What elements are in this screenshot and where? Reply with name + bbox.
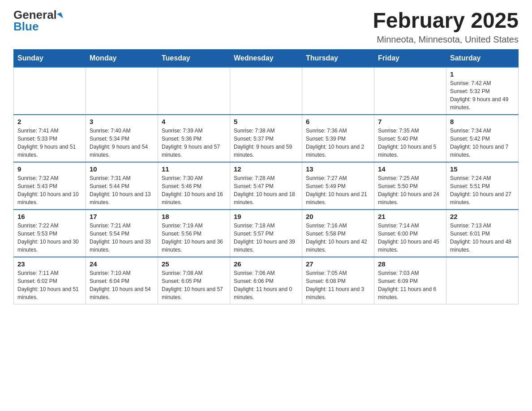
- day-info: Sunrise: 7:16 AMSunset: 5:58 PMDaylight:…: [306, 222, 370, 254]
- day-info: Sunrise: 7:39 AMSunset: 5:36 PMDaylight:…: [162, 127, 226, 159]
- day-info: Sunrise: 7:30 AMSunset: 5:46 PMDaylight:…: [162, 174, 226, 206]
- logo: General Blue: [13, 9, 62, 32]
- day-number: 22: [450, 213, 515, 220]
- col-header-thursday: Thursday: [302, 49, 374, 67]
- day-number: 28: [378, 260, 442, 268]
- day-number: 2: [17, 118, 82, 125]
- day-info: Sunrise: 7:32 AMSunset: 5:43 PMDaylight:…: [17, 174, 82, 206]
- logo-triangle-icon: [57, 12, 63, 20]
- week-row-2: 9Sunrise: 7:32 AMSunset: 5:43 PMDaylight…: [14, 162, 519, 210]
- day-info: Sunrise: 7:11 AMSunset: 6:02 PMDaylight:…: [17, 269, 82, 301]
- day-info: Sunrise: 7:05 AMSunset: 6:08 PMDaylight:…: [306, 269, 370, 301]
- day-info: Sunrise: 7:06 AMSunset: 6:06 PMDaylight:…: [234, 269, 298, 301]
- day-number: 19: [234, 213, 298, 220]
- day-info: Sunrise: 7:36 AMSunset: 5:39 PMDaylight:…: [306, 127, 370, 159]
- day-info: Sunrise: 7:19 AMSunset: 5:56 PMDaylight:…: [162, 222, 226, 254]
- day-info: Sunrise: 7:27 AMSunset: 5:49 PMDaylight:…: [306, 174, 370, 206]
- calendar-cell: [446, 257, 519, 304]
- day-info: Sunrise: 7:21 AMSunset: 5:54 PMDaylight:…: [90, 222, 154, 254]
- calendar-cell: 23Sunrise: 7:11 AMSunset: 6:02 PMDayligh…: [14, 257, 86, 304]
- page-header: General Blue February 2025 Minneota, Min…: [13, 9, 519, 45]
- calendar-cell: [86, 67, 158, 115]
- calendar-cell: 8Sunrise: 7:34 AMSunset: 5:42 PMDaylight…: [446, 115, 519, 162]
- day-number: 5: [234, 118, 298, 125]
- calendar-cell: 9Sunrise: 7:32 AMSunset: 5:43 PMDaylight…: [14, 162, 86, 210]
- day-info: Sunrise: 7:22 AMSunset: 5:53 PMDaylight:…: [17, 222, 82, 254]
- calendar-cell: 2Sunrise: 7:41 AMSunset: 5:33 PMDaylight…: [14, 115, 86, 162]
- calendar-cell: 10Sunrise: 7:31 AMSunset: 5:44 PMDayligh…: [86, 162, 158, 210]
- month-year-title: February 2025: [373, 9, 519, 33]
- calendar-cell: 7Sunrise: 7:35 AMSunset: 5:40 PMDaylight…: [374, 115, 446, 162]
- calendar-cell: 1Sunrise: 7:42 AMSunset: 5:32 PMDaylight…: [446, 67, 519, 115]
- day-number: 10: [90, 165, 154, 173]
- calendar-cell: 28Sunrise: 7:03 AMSunset: 6:09 PMDayligh…: [374, 257, 446, 304]
- col-header-monday: Monday: [86, 49, 158, 67]
- day-info: Sunrise: 7:10 AMSunset: 6:04 PMDaylight:…: [90, 269, 154, 301]
- day-info: Sunrise: 7:14 AMSunset: 6:00 PMDaylight:…: [378, 222, 442, 254]
- calendar-cell: 6Sunrise: 7:36 AMSunset: 5:39 PMDaylight…: [302, 115, 374, 162]
- day-info: Sunrise: 7:18 AMSunset: 5:57 PMDaylight:…: [234, 222, 298, 254]
- day-info: Sunrise: 7:35 AMSunset: 5:40 PMDaylight:…: [378, 127, 442, 159]
- col-header-wednesday: Wednesday: [230, 49, 302, 67]
- day-info: Sunrise: 7:28 AMSunset: 5:47 PMDaylight:…: [234, 174, 298, 206]
- day-number: 3: [90, 118, 154, 125]
- col-header-sunday: Sunday: [14, 49, 86, 67]
- calendar-cell: [230, 67, 302, 115]
- calendar-cell: 3Sunrise: 7:40 AMSunset: 5:34 PMDaylight…: [86, 115, 158, 162]
- day-info: Sunrise: 7:34 AMSunset: 5:42 PMDaylight:…: [450, 127, 515, 159]
- calendar-cell: 25Sunrise: 7:08 AMSunset: 6:05 PMDayligh…: [158, 257, 230, 304]
- calendar-cell: 16Sunrise: 7:22 AMSunset: 5:53 PMDayligh…: [14, 210, 86, 257]
- calendar-cell: 21Sunrise: 7:14 AMSunset: 6:00 PMDayligh…: [374, 210, 446, 257]
- day-info: Sunrise: 7:41 AMSunset: 5:33 PMDaylight:…: [17, 127, 82, 159]
- day-info: Sunrise: 7:38 AMSunset: 5:37 PMDaylight:…: [234, 127, 298, 159]
- calendar-cell: 18Sunrise: 7:19 AMSunset: 5:56 PMDayligh…: [158, 210, 230, 257]
- calendar-cell: [374, 67, 446, 115]
- day-number: 26: [234, 260, 298, 268]
- logo-blue: Blue: [13, 20, 39, 33]
- calendar-cell: [158, 67, 230, 115]
- calendar-header: SundayMondayTuesdayWednesdayThursdayFrid…: [14, 49, 519, 67]
- day-info: Sunrise: 7:31 AMSunset: 5:44 PMDaylight:…: [90, 174, 154, 206]
- day-number: 24: [90, 260, 154, 268]
- day-number: 25: [162, 260, 226, 268]
- col-header-tuesday: Tuesday: [158, 49, 230, 67]
- day-number: 9: [17, 165, 82, 173]
- day-number: 17: [90, 213, 154, 220]
- calendar-cell: 26Sunrise: 7:06 AMSunset: 6:06 PMDayligh…: [230, 257, 302, 304]
- day-number: 20: [306, 213, 370, 220]
- day-info: Sunrise: 7:42 AMSunset: 5:32 PMDaylight:…: [450, 79, 515, 111]
- day-number: 16: [17, 213, 82, 220]
- day-number: 15: [450, 165, 515, 173]
- day-info: Sunrise: 7:03 AMSunset: 6:09 PMDaylight:…: [378, 269, 442, 301]
- day-number: 6: [306, 118, 370, 125]
- day-number: 21: [378, 213, 442, 220]
- calendar-cell: 12Sunrise: 7:28 AMSunset: 5:47 PMDayligh…: [230, 162, 302, 210]
- week-row-1: 2Sunrise: 7:41 AMSunset: 5:33 PMDaylight…: [14, 115, 519, 162]
- location-subtitle: Minneota, Minnesota, United States: [373, 34, 519, 45]
- day-number: 7: [378, 118, 442, 125]
- col-header-saturday: Saturday: [446, 49, 519, 67]
- day-number: 12: [234, 165, 298, 173]
- day-number: 14: [378, 165, 442, 173]
- week-row-4: 23Sunrise: 7:11 AMSunset: 6:02 PMDayligh…: [14, 257, 519, 304]
- day-number: 18: [162, 213, 226, 220]
- title-area: February 2025 Minneota, Minnesota, Unite…: [373, 9, 519, 45]
- calendar-cell: 4Sunrise: 7:39 AMSunset: 5:36 PMDaylight…: [158, 115, 230, 162]
- week-row-0: 1Sunrise: 7:42 AMSunset: 5:32 PMDaylight…: [14, 67, 519, 115]
- calendar-cell: 22Sunrise: 7:13 AMSunset: 6:01 PMDayligh…: [446, 210, 519, 257]
- day-info: Sunrise: 7:25 AMSunset: 5:50 PMDaylight:…: [378, 174, 442, 206]
- day-number: 11: [162, 165, 226, 173]
- calendar-cell: 11Sunrise: 7:30 AMSunset: 5:46 PMDayligh…: [158, 162, 230, 210]
- calendar-cell: 19Sunrise: 7:18 AMSunset: 5:57 PMDayligh…: [230, 210, 302, 257]
- calendar-header-row: SundayMondayTuesdayWednesdayThursdayFrid…: [14, 49, 519, 67]
- calendar-cell: 17Sunrise: 7:21 AMSunset: 5:54 PMDayligh…: [86, 210, 158, 257]
- day-info: Sunrise: 7:13 AMSunset: 6:01 PMDaylight:…: [450, 222, 515, 254]
- week-row-3: 16Sunrise: 7:22 AMSunset: 5:53 PMDayligh…: [14, 210, 519, 257]
- calendar-cell: 14Sunrise: 7:25 AMSunset: 5:50 PMDayligh…: [374, 162, 446, 210]
- calendar-cell: 5Sunrise: 7:38 AMSunset: 5:37 PMDaylight…: [230, 115, 302, 162]
- day-info: Sunrise: 7:40 AMSunset: 5:34 PMDaylight:…: [90, 127, 154, 159]
- day-info: Sunrise: 7:24 AMSunset: 5:51 PMDaylight:…: [450, 174, 515, 206]
- logo-text: General: [13, 9, 62, 21]
- day-number: 4: [162, 118, 226, 125]
- day-number: 13: [306, 165, 370, 173]
